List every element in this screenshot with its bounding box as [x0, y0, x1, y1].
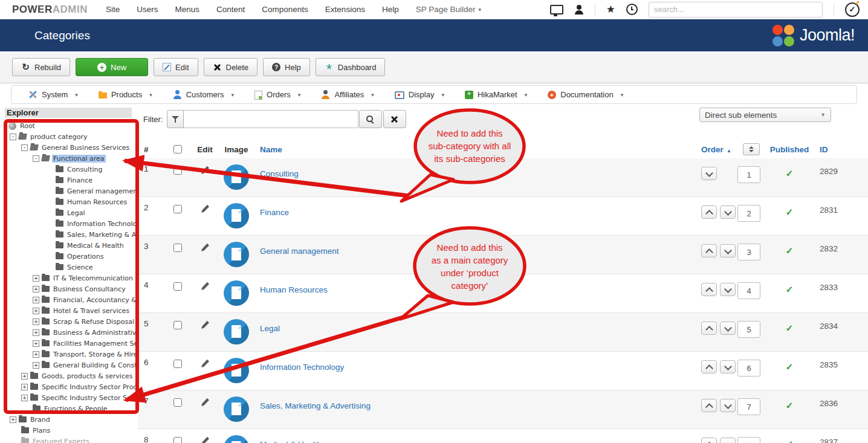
column-order-sort[interactable]: Order ▲ [701, 145, 731, 154]
toolbar-button[interactable]: Rebuild [12, 58, 70, 76]
tree-expander-icon[interactable] [33, 329, 39, 336]
tree-node[interactable]: product category [0, 131, 138, 142]
column-name-sort[interactable]: Name [254, 145, 282, 154]
tree-node[interactable]: Business & Administrative Se [0, 327, 138, 338]
category-name-link[interactable]: General management [254, 247, 339, 256]
row-checkbox[interactable] [173, 360, 182, 368]
search-input[interactable] [649, 2, 823, 18]
tree-expander-icon[interactable] [33, 155, 39, 162]
filter-clear-button[interactable] [383, 110, 406, 128]
tree-node[interactable]: Medical & Health [0, 240, 138, 251]
tree-node[interactable]: Root [0, 120, 138, 131]
order-down-button[interactable] [720, 283, 736, 296]
tree-node[interactable]: Featured Experts [0, 436, 138, 443]
row-checkbox[interactable] [173, 244, 182, 252]
top-menu-item[interactable]: Extensions [325, 5, 365, 14]
tree-node[interactable]: Science [0, 262, 138, 273]
order-up-button[interactable] [701, 205, 717, 219]
row-checkbox[interactable] [173, 398, 182, 407]
row-checkbox[interactable] [173, 166, 182, 175]
tree-expander-icon[interactable] [33, 351, 39, 358]
published-check-icon[interactable]: ✓ [786, 400, 794, 411]
tree-expander-icon[interactable] [33, 286, 39, 293]
order-down-button[interactable] [720, 244, 736, 257]
tree-node[interactable]: Brand [0, 414, 138, 425]
edit-pencil-icon[interactable] [200, 359, 210, 371]
order-input[interactable] [737, 244, 760, 260]
order-down-button[interactable] [720, 322, 736, 335]
category-name-link[interactable]: Legal [254, 324, 280, 333]
tree-node[interactable]: Information Technology [0, 218, 138, 229]
order-input[interactable] [737, 205, 760, 222]
tree-node[interactable]: IT & Telecommunication relat [0, 273, 138, 283]
toolbar-button[interactable]: New [76, 58, 148, 76]
edit-pencil-icon[interactable] [200, 282, 210, 294]
top-menu-item[interactable]: Components [262, 5, 308, 14]
category-image[interactable] [224, 242, 249, 267]
category-image[interactable] [224, 164, 249, 190]
published-check-icon[interactable]: ✓ [786, 439, 794, 443]
published-check-icon[interactable]: ✓ [786, 284, 794, 295]
filter-funnel-button[interactable] [167, 110, 184, 128]
edit-pencil-icon[interactable] [200, 243, 210, 255]
history-clock-icon[interactable] [626, 4, 638, 15]
tree-node[interactable]: Consulting [0, 164, 138, 175]
tree-expander-icon[interactable] [33, 319, 39, 325]
tree-expander-icon[interactable] [33, 297, 39, 303]
edit-pencil-icon[interactable] [200, 204, 210, 216]
top-menu-item[interactable]: Menus [175, 5, 199, 14]
tree-node[interactable]: General Business Services [0, 142, 138, 153]
order-up-button[interactable] [701, 244, 717, 257]
tree-expander-icon[interactable] [33, 362, 39, 369]
toolbar-button[interactable]: Dashboard [316, 58, 386, 76]
category-image[interactable] [224, 396, 249, 422]
tree-node[interactable]: Finance [0, 175, 138, 186]
toolbar-button[interactable]: Edit [154, 58, 198, 76]
tree-node[interactable]: Goods, products & services [0, 370, 138, 381]
category-image[interactable] [224, 280, 249, 306]
tree-expander-icon[interactable] [21, 373, 28, 380]
order-input[interactable] [737, 360, 760, 377]
tree-node[interactable]: Specific Industry Sector Services [0, 392, 138, 403]
published-check-icon[interactable]: ✓ [786, 168, 794, 179]
order-down-button[interactable] [720, 438, 736, 443]
hikashop-menu-item[interactable]: Display ▾ [395, 90, 444, 99]
tree-expander-icon[interactable] [33, 275, 39, 282]
order-up-button[interactable] [701, 399, 717, 412]
order-down-button[interactable] [720, 205, 736, 219]
order-input[interactable] [737, 321, 760, 338]
save-order-button[interactable] [743, 143, 760, 155]
order-input[interactable] [737, 437, 760, 443]
toolbar-button[interactable]: Help [263, 58, 310, 76]
top-menu-item[interactable]: Help [382, 5, 399, 14]
tree-node[interactable]: Operations [0, 251, 138, 262]
row-checkbox[interactable] [173, 321, 182, 329]
category-name-link[interactable]: Finance [254, 208, 289, 217]
published-check-icon[interactable]: ✓ [786, 361, 794, 372]
category-image[interactable] [224, 358, 249, 383]
published-check-icon[interactable]: ✓ [786, 245, 794, 256]
tree-node[interactable]: Functional area [0, 153, 138, 164]
tree-node[interactable]: Functions & People [0, 403, 138, 414]
order-input[interactable] [737, 398, 760, 415]
tree-node[interactable]: Plans [0, 425, 138, 436]
hikashop-menu-item[interactable]: HikaMarket ▾ [465, 90, 527, 99]
order-down-button[interactable] [720, 399, 736, 412]
tree-node[interactable]: Scrap & Refuse Disposal servi [0, 316, 138, 327]
edit-pencil-icon[interactable] [200, 166, 210, 178]
category-image[interactable] [224, 319, 249, 344]
top-menu-item[interactable]: Users [137, 5, 158, 14]
tree-node[interactable]: Transport, Storage & Hire ser [0, 349, 138, 360]
column-published-sort[interactable]: Published [770, 145, 809, 154]
order-down-button[interactable] [720, 360, 736, 373]
tree-node[interactable]: Specific Industry Sector Products [0, 381, 138, 392]
filter-input[interactable] [184, 110, 358, 128]
order-up-button[interactable] [701, 322, 717, 335]
edit-pencil-icon[interactable] [200, 436, 210, 443]
toolbar-button[interactable]: Delete [204, 58, 258, 76]
published-check-icon[interactable]: ✓ [786, 323, 794, 334]
category-name-link[interactable]: Information Technology [254, 363, 344, 372]
tree-node[interactable]: Legal [0, 207, 138, 218]
tree-expander-icon[interactable] [10, 134, 16, 140]
tree-expander-icon[interactable] [10, 416, 16, 423]
